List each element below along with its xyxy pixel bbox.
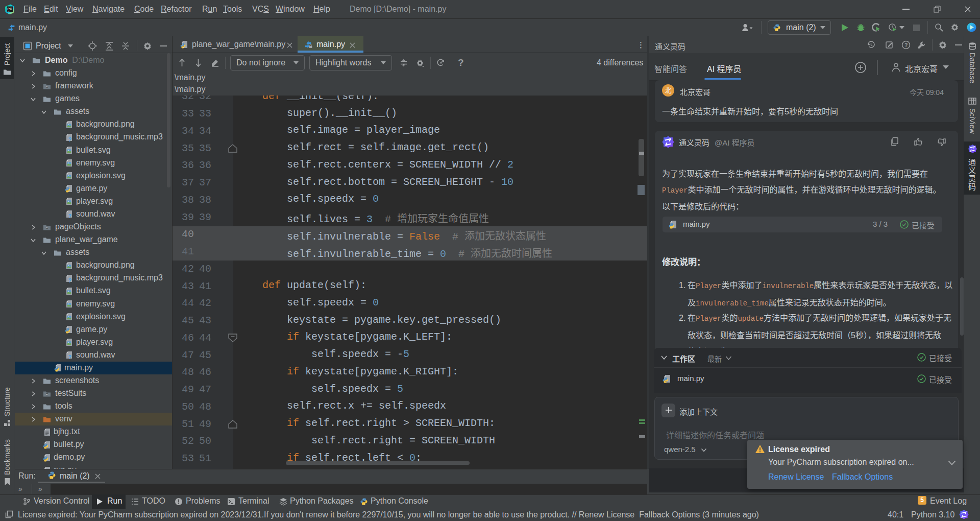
svg-text:?: ?: [68, 277, 71, 282]
svg-text:?: ?: [68, 354, 71, 359]
svg-text:?: ?: [68, 213, 71, 218]
svg-text:?: ?: [68, 136, 71, 141]
svg-text:PC: PC: [8, 7, 12, 11]
svg-text:?: ?: [904, 42, 908, 48]
